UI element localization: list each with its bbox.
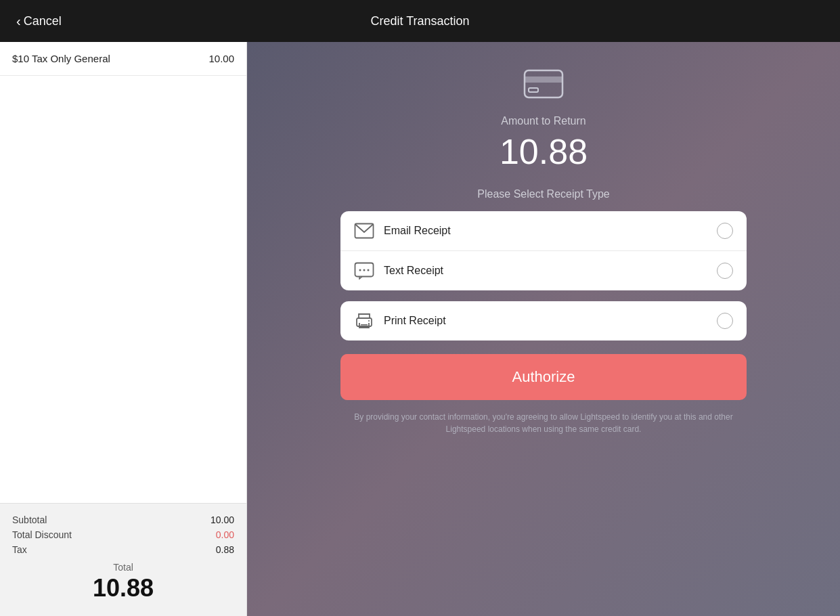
email-receipt-radio[interactable]: [717, 223, 733, 239]
left-panel: $10 Tax Only General 10.00 Subtotal 10.0…: [0, 42, 247, 616]
text-receipt-label: Text Receipt: [384, 265, 707, 277]
total-label: Total: [113, 562, 133, 573]
total-row: Total 10.88: [12, 562, 234, 602]
select-receipt-label: Please Select Receipt Type: [477, 188, 609, 200]
text-receipt-option[interactable]: Text Receipt: [340, 251, 747, 290]
svg-rect-2: [529, 88, 538, 92]
svg-point-6: [363, 269, 366, 271]
order-item-name: $10 Tax Only General: [12, 53, 110, 64]
subtotal-row: Subtotal 10.00: [12, 514, 234, 525]
order-summary: Subtotal 10.00 Total Discount 0.00 Tax 0…: [0, 503, 246, 616]
svg-rect-1: [525, 76, 562, 83]
print-receipt-label: Print Receipt: [384, 315, 707, 327]
order-items-spacer: [0, 76, 246, 503]
page-title: Credit Transaction: [370, 14, 469, 28]
print-receipt-card: Print Receipt: [340, 301, 747, 340]
card-icon-wrap: [523, 69, 564, 102]
main-content: $10 Tax Only General 10.00 Subtotal 10.0…: [0, 42, 840, 616]
authorize-button[interactable]: Authorize: [340, 354, 747, 400]
order-item-price: 10.00: [208, 53, 234, 64]
back-chevron-icon: ‹: [16, 14, 21, 29]
amount-to-return-label: Amount to Return: [501, 115, 585, 127]
discount-row: Total Discount 0.00: [12, 529, 234, 540]
svg-point-11: [368, 320, 370, 322]
order-item: $10 Tax Only General 10.00: [0, 42, 246, 76]
email-icon: [354, 222, 374, 240]
top-bar: ‹ Cancel Credit Transaction: [0, 0, 840, 42]
svg-rect-0: [525, 70, 562, 97]
discount-value: 0.00: [216, 529, 234, 540]
tax-row: Tax 0.88: [12, 544, 234, 555]
print-icon: [354, 312, 374, 330]
svg-rect-9: [361, 324, 368, 326]
disclaimer-text: By providing your contact information, y…: [340, 411, 747, 435]
svg-point-5: [359, 269, 361, 271]
tax-value: 0.88: [216, 544, 234, 555]
subtotal-label: Subtotal: [12, 514, 47, 525]
subtotal-value: 10.00: [211, 514, 234, 525]
amount-to-return-value: 10.88: [500, 131, 588, 172]
tax-label: Tax: [12, 544, 27, 555]
email-receipt-label: Email Receipt: [384, 225, 707, 237]
receipt-options-card: Email Receipt Text Receipt: [340, 211, 747, 290]
sms-icon: [354, 262, 374, 280]
svg-point-7: [368, 269, 370, 271]
credit-card-icon: [523, 69, 564, 99]
discount-label: Total Discount: [12, 529, 72, 540]
cancel-label: Cancel: [24, 14, 62, 28]
email-receipt-option[interactable]: Email Receipt: [340, 211, 747, 251]
text-receipt-radio[interactable]: [717, 263, 733, 279]
right-panel: Amount to Return 10.88 Please Select Rec…: [247, 42, 840, 616]
total-value: 10.88: [93, 574, 154, 602]
svg-rect-10: [361, 326, 366, 328]
cancel-button[interactable]: ‹ Cancel: [16, 14, 62, 29]
print-receipt-option[interactable]: Print Receipt: [340, 301, 747, 340]
print-receipt-radio[interactable]: [717, 313, 733, 329]
